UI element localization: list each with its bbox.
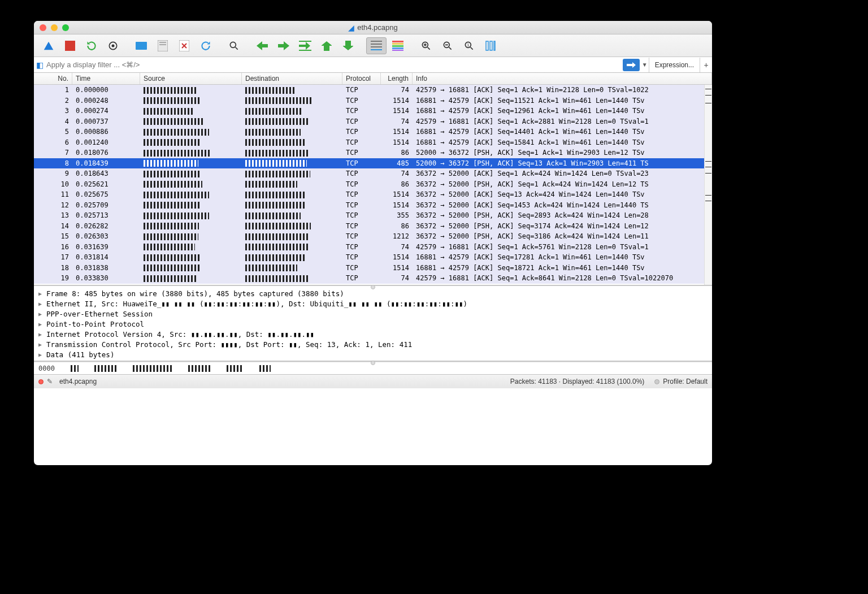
window-title-text: eth4.pcapng: [357, 23, 398, 32]
window-title: ◢ eth4.pcapng: [348, 23, 398, 32]
zoom-in-button[interactable]: [416, 37, 436, 54]
close-file-button[interactable]: [174, 37, 194, 54]
packet-minimap[interactable]: [704, 85, 712, 285]
go-first-packet-button[interactable]: [316, 37, 337, 54]
svg-rect-19: [392, 50, 403, 51]
svg-rect-5: [159, 42, 166, 43]
col-no[interactable]: No.: [34, 73, 72, 84]
capture-options-button[interactable]: [103, 37, 123, 54]
wireshark-window: ◢ eth4.pcapng 1 ◧ ▼ Expressio: [34, 21, 712, 465]
svg-rect-0: [65, 41, 75, 51]
col-source[interactable]: Source: [140, 73, 242, 84]
svg-rect-6: [159, 44, 166, 45]
go-forward-button[interactable]: [274, 37, 294, 54]
svg-rect-11: [371, 41, 382, 42]
main-toolbar: 1: [34, 34, 712, 57]
zoom-out-button[interactable]: [437, 37, 458, 54]
col-time[interactable]: Time: [72, 73, 140, 84]
minimize-window-button[interactable]: [51, 24, 58, 31]
svg-rect-14: [371, 49, 382, 50]
svg-rect-26: [494, 41, 495, 50]
packet-row[interactable]: 170.031814TCP151416881 → 42579 [ACK] Seq…: [34, 252, 712, 263]
packet-row[interactable]: 160.031639TCP7442579 → 16881 [ACK] Seq=1…: [34, 242, 712, 253]
auto-scroll-button[interactable]: [366, 37, 387, 54]
packet-row[interactable]: 40.000737TCP7442579 → 16881 [ACK] Seq=1 …: [34, 116, 712, 127]
apply-filter-button[interactable]: [623, 59, 640, 71]
zoom-window-button[interactable]: [62, 24, 69, 31]
packet-row[interactable]: 130.025713TCP35536372 → 52000 [PSH, ACK]…: [34, 210, 712, 221]
svg-point-2: [112, 44, 115, 47]
pane-divider-bottom[interactable]: [34, 361, 712, 362]
status-packet-count: Packets: 41183 · Displayed: 41183 (100.0…: [510, 378, 644, 385]
colorize-packets-button[interactable]: [388, 37, 408, 54]
svg-rect-12: [371, 44, 382, 45]
expert-info-button[interactable]: [38, 379, 44, 384]
packet-row[interactable]: 10.000000TCP7442579 → 16881 [ACK] Seq=1 …: [34, 85, 712, 96]
detail-tree-row[interactable]: ▶Point-to-Point Protocol: [35, 319, 711, 329]
svg-rect-18: [392, 47, 403, 49]
packet-row[interactable]: 50.000886TCP151416881 → 42579 [ACK] Seq=…: [34, 127, 712, 137]
packet-row[interactable]: 20.000248TCP151416881 → 42579 [ACK] Seq=…: [34, 96, 712, 106]
wireshark-fin-icon: ◢: [348, 23, 354, 32]
close-window-button[interactable]: [40, 24, 46, 31]
find-packet-button[interactable]: [224, 37, 244, 54]
save-file-button[interactable]: [153, 37, 173, 54]
svg-rect-10: [299, 50, 311, 51]
packet-row[interactable]: 140.026282TCP8636372 → 52000 [PSH, ACK] …: [34, 221, 712, 232]
titlebar: ◢ eth4.pcapng: [34, 21, 712, 34]
detail-tree-row[interactable]: ▶Frame 8: 485 bytes on wire (3880 bits),…: [35, 288, 711, 298]
go-last-packet-button[interactable]: [338, 37, 358, 54]
display-filter-input[interactable]: [43, 58, 623, 71]
go-back-button[interactable]: [252, 37, 272, 54]
svg-rect-13: [371, 46, 382, 47]
packet-row[interactable]: 30.000274TCP151416881 → 42579 [ACK] Seq=…: [34, 106, 712, 116]
detail-tree-row[interactable]: ▶Ethernet II, Src: HuaweiTe_▮▮ ▮▮ ▮▮ (▮▮…: [35, 298, 711, 309]
packet-details-pane[interactable]: ▶Frame 8: 485 bytes on wire (3880 bits),…: [34, 286, 712, 361]
jump-to-packet-button[interactable]: [295, 37, 315, 54]
filter-history-dropdown[interactable]: ▼: [641, 62, 649, 68]
packet-row[interactable]: 190.033830TCP7442579 → 16881 [ACK] Seq=1…: [34, 273, 712, 284]
stop-capture-button[interactable]: [60, 37, 80, 54]
detail-tree-row[interactable]: ▶Data (411 bytes): [35, 349, 711, 359]
svg-rect-16: [392, 43, 403, 45]
svg-point-8: [230, 42, 236, 47]
packet-row[interactable]: 150.026303TCP121236372 → 52000 [PSH, ACK…: [34, 231, 712, 242]
start-capture-button[interactable]: [38, 37, 59, 54]
col-length[interactable]: Length: [381, 73, 413, 84]
reload-file-button[interactable]: [196, 37, 216, 54]
open-file-button[interactable]: [131, 37, 151, 54]
packet-row[interactable]: 80.018439TCP48552000 → 36372 [PSH, ACK] …: [34, 158, 712, 169]
col-destination[interactable]: Destination: [242, 73, 342, 84]
packet-list-header[interactable]: No. Time Source Destination Protocol Len…: [34, 73, 712, 85]
resize-columns-button[interactable]: [480, 37, 501, 54]
col-protocol[interactable]: Protocol: [342, 73, 381, 84]
packet-list-pane[interactable]: 10.000000TCP7442579 → 16881 [ACK] Seq=1 …: [34, 85, 712, 285]
zoom-reset-button[interactable]: 1: [459, 37, 479, 54]
traffic-lights: [34, 24, 69, 31]
detail-tree-row[interactable]: ▶Transmission Control Protocol, Src Port…: [35, 339, 711, 349]
detail-tree-row[interactable]: ▶Internet Protocol Version 4, Src: ▮▮.▮▮…: [35, 329, 711, 339]
add-filter-button[interactable]: +: [700, 58, 712, 72]
pane-divider-top[interactable]: [34, 285, 712, 286]
edit-capture-comment-icon[interactable]: ✎: [47, 378, 53, 385]
hex-offset: 0000: [38, 365, 55, 372]
col-info[interactable]: Info: [413, 73, 712, 84]
profile-selector[interactable]: Profile: Default: [654, 378, 708, 385]
packet-row[interactable]: 70.018076TCP8652000 → 36372 [PSH, ACK] S…: [34, 148, 712, 158]
svg-text:1: 1: [467, 42, 469, 46]
restart-capture-button[interactable]: [81, 37, 102, 54]
svg-rect-15: [392, 41, 403, 42]
packet-row[interactable]: 120.025709TCP151436372 → 52000 [ACK] Seq…: [34, 200, 712, 211]
packet-row[interactable]: 180.031838TCP151416881 → 42579 [ACK] Seq…: [34, 263, 712, 274]
bookmark-icon[interactable]: ◧: [34, 58, 43, 72]
svg-rect-25: [490, 41, 492, 50]
packet-row[interactable]: 90.018643TCP7436372 → 52000 [ACK] Seq=1 …: [34, 168, 712, 179]
packet-row[interactable]: 60.001240TCP151416881 → 42579 [ACK] Seq=…: [34, 137, 712, 148]
svg-rect-24: [486, 41, 488, 50]
expression-button[interactable]: Expression...: [649, 58, 700, 72]
packet-row[interactable]: 100.025621TCP8636372 → 52000 [PSH, ACK] …: [34, 179, 712, 190]
packet-row[interactable]: 110.025675TCP151436372 → 52000 [ACK] Seq…: [34, 189, 712, 200]
detail-tree-row[interactable]: ▶PPP-over-Ethernet Session: [35, 309, 711, 319]
svg-rect-3: [136, 42, 147, 50]
status-file-name: eth4.pcapng: [59, 378, 97, 385]
